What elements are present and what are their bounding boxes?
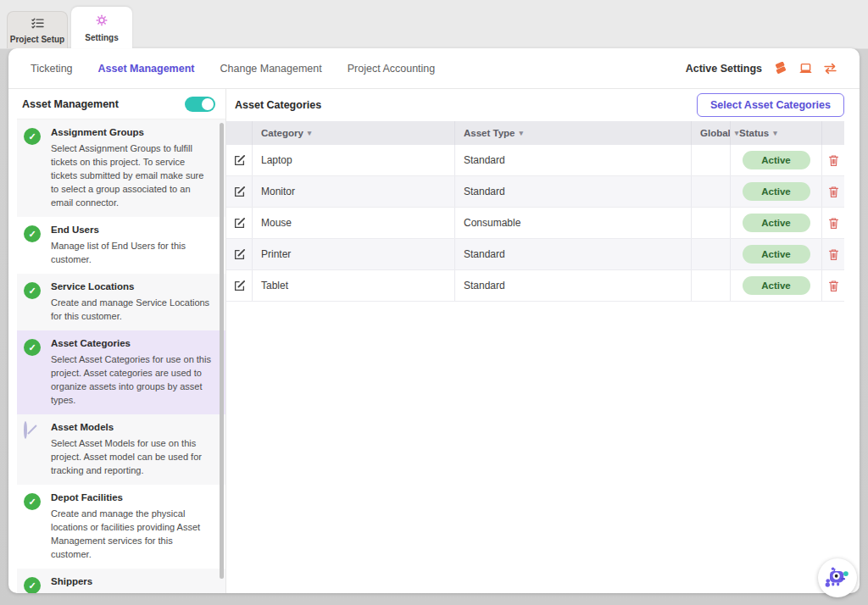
asset-management-sidebar: Asset Management Assignment Groups Selec… — [17, 89, 226, 593]
check-icon — [24, 128, 41, 145]
nav-item-asset-management[interactable]: Asset Management — [98, 63, 195, 75]
laptop-icon[interactable] — [798, 62, 813, 75]
check-icon — [24, 282, 41, 299]
settings-nav-items: Ticketing Asset Management Change Manage… — [31, 63, 435, 75]
header-delete-column — [821, 121, 844, 145]
gear-icon — [95, 14, 108, 31]
window-tabs: Project Setup Settings — [7, 7, 132, 48]
asset-management-toggle[interactable] — [185, 97, 215, 112]
sidebar-item-title: Asset Categories — [51, 338, 212, 348]
header-global[interactable]: Global — [691, 121, 730, 145]
sidebar-item-asset-categories[interactable]: Asset Categories Select Asset Categories… — [17, 330, 225, 414]
sidebar-item-shippers[interactable]: Shippers Create and manage the list of S… — [17, 569, 225, 593]
cell-category: Monitor — [252, 176, 454, 207]
cell-asset-type: Standard — [454, 270, 691, 301]
sidebar-item-title: End Users — [51, 225, 212, 235]
sidebar-item-end-users[interactable]: End Users Manage list of End Users for t… — [17, 217, 225, 274]
edit-button[interactable] — [233, 248, 246, 261]
nav-item-project-accounting[interactable]: Project Accounting — [348, 63, 436, 75]
cell-asset-type: Standard — [454, 239, 691, 269]
cell-category: Tablet — [252, 270, 454, 301]
status-badge: Active — [743, 151, 810, 169]
delete-button[interactable] — [828, 154, 839, 167]
tab-project-setup-label: Project Setup — [10, 35, 64, 44]
table-row: Tablet Standard Active — [226, 270, 844, 302]
asset-categories-table: Category Asset Type Global Status — [226, 121, 844, 302]
sidebar-header: Asset Management — [17, 89, 225, 119]
sidebar-item-title: Depot Facilities — [51, 492, 212, 502]
table-row: Laptop Standard Active — [226, 145, 844, 176]
sidebar-item-title: Assignment Groups — [51, 127, 212, 137]
sidebar-item-description: Select Asset Models for use on this proj… — [51, 436, 212, 477]
sidebar-item-asset-models[interactable]: Asset Models Select Asset Models for use… — [17, 414, 225, 485]
status-badge: Active — [743, 214, 810, 232]
sidebar-item-assignment-groups[interactable]: Assignment Groups Select Assignment Grou… — [17, 119, 225, 217]
sort-arrow-icon — [308, 129, 312, 137]
checklist-icon — [31, 17, 44, 32]
tab-settings-label: Settings — [85, 33, 118, 42]
chat-assistant-button[interactable] — [818, 558, 857, 597]
table-header-row: Category Asset Type Global Status — [226, 121, 844, 145]
sidebar-item-description: Manage list of End Users for this custom… — [51, 239, 212, 266]
sort-arrow-icon — [773, 129, 777, 137]
table-row: Printer Standard Active — [226, 239, 844, 270]
sidebar-list: Assignment Groups Select Assignment Grou… — [17, 119, 225, 593]
sidebar-scrollbar[interactable] — [220, 123, 224, 579]
cell-global — [691, 239, 730, 269]
edit-button[interactable] — [233, 280, 246, 292]
active-settings: Active Settings — [686, 62, 837, 75]
cell-global — [691, 176, 730, 207]
edit-button[interactable] — [233, 186, 246, 198]
header-asset-type[interactable]: Asset Type — [454, 121, 691, 145]
header-edit-column — [226, 121, 252, 145]
settings-nav: Ticketing Asset Management Change Manage… — [8, 48, 860, 89]
sidebar-item-depot-facilities[interactable]: Depot Facilities Create and manage the p… — [17, 485, 225, 569]
delete-button[interactable] — [828, 280, 839, 292]
asset-categories-pane: Asset Categories Select Asset Categories… — [226, 89, 851, 593]
sidebar-item-description: Create and manage the list of Shippers f… — [51, 591, 212, 593]
cell-asset-type: Standard — [454, 176, 691, 207]
header-status[interactable]: Status — [730, 121, 821, 145]
cell-category: Laptop — [252, 145, 454, 175]
sidebar-item-title: Shippers — [51, 576, 212, 586]
nav-item-change-management[interactable]: Change Management — [220, 63, 322, 75]
check-icon — [24, 225, 41, 242]
cell-global — [691, 270, 730, 301]
sidebar-item-title: Asset Models — [51, 422, 212, 432]
cell-category: Mouse — [252, 208, 454, 238]
not-configured-icon — [24, 421, 27, 439]
cell-global — [691, 145, 730, 175]
header-category[interactable]: Category — [252, 121, 454, 145]
active-settings-label: Active Settings — [686, 63, 762, 75]
tab-settings[interactable]: Settings — [71, 7, 132, 48]
robot-mascot-icon — [822, 563, 853, 593]
delete-button[interactable] — [828, 186, 839, 198]
status-badge: Active — [743, 245, 810, 264]
delete-button[interactable] — [828, 217, 839, 230]
settings-card: Ticketing Asset Management Change Manage… — [8, 48, 860, 593]
sort-arrow-icon — [520, 129, 524, 137]
sidebar-item-description: Create and manage Service Locations for … — [51, 296, 212, 323]
check-icon — [24, 577, 41, 593]
table-row: Monitor Standard Active — [226, 176, 844, 208]
cell-asset-type: Standard — [454, 145, 691, 175]
page-title: Asset Categories — [235, 99, 321, 111]
edit-button[interactable] — [233, 217, 246, 230]
status-badge: Active — [743, 276, 810, 295]
delete-button[interactable] — [828, 248, 839, 261]
check-icon — [24, 339, 41, 356]
sidebar-item-description: Select Asset Categories for use on this … — [51, 352, 212, 407]
nav-item-ticketing[interactable]: Ticketing — [31, 63, 73, 75]
sidebar-item-description: Select Assignment Groups to fulfill tick… — [51, 142, 212, 209]
sidebar-item-service-locations[interactable]: Service Locations Create and manage Serv… — [17, 274, 225, 330]
sidebar-item-title: Service Locations — [51, 281, 212, 291]
select-asset-categories-button[interactable]: Select Asset Categories — [697, 93, 844, 117]
edit-button[interactable] — [233, 154, 246, 167]
tickets-icon[interactable] — [773, 62, 788, 75]
cell-global — [691, 208, 730, 238]
check-icon — [24, 493, 41, 510]
status-badge: Active — [743, 182, 810, 201]
swap-arrows-icon[interactable] — [822, 62, 837, 75]
tab-project-setup[interactable]: Project Setup — [7, 11, 68, 48]
cell-asset-type: Consumable — [454, 208, 691, 238]
